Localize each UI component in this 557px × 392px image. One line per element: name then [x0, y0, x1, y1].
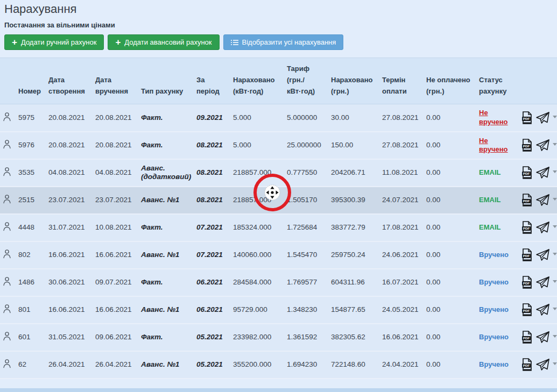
person-icon[interactable]	[2, 248, 12, 259]
chevron-down-icon[interactable]	[551, 365, 557, 365]
send-plane-icon[interactable]	[535, 248, 550, 262]
cell-status: Вручено	[477, 269, 518, 296]
page-header: Нарахування Постачання за вільними цінам…	[0, 0, 557, 50]
cell-period: 08.2021	[194, 132, 231, 159]
cell-accrued-uah: 30.00	[329, 104, 380, 132]
pdf-icon[interactable]: PDF	[520, 330, 534, 344]
cell-number: 5976	[16, 132, 46, 159]
status-link: Вручено	[479, 305, 509, 313]
cell-invoice-type: Факт.	[139, 214, 194, 241]
chevron-down-icon[interactable]	[551, 200, 557, 201]
add-advance-invoice-button[interactable]: + Додати авансовий рахунок	[108, 34, 219, 50]
pdf-icon[interactable]: PDF	[520, 248, 534, 262]
cell-subscriber	[0, 296, 16, 324]
cell-period: 09.2021	[194, 104, 231, 132]
status-link: EMAIL	[479, 168, 500, 176]
chevron-down-icon[interactable]	[551, 173, 557, 173]
chevron-down-icon[interactable]	[551, 118, 557, 118]
header-unpaid: Не оплачено (грн.)	[424, 58, 477, 104]
person-icon[interactable]	[2, 276, 12, 287]
cell-accrued-kwh: 355200.000	[231, 351, 285, 379]
show-all-accruals-button[interactable]: Відобразити усі нарахування	[223, 34, 344, 50]
cell-subscriber	[0, 159, 16, 187]
cell-subscriber	[0, 132, 16, 159]
cell-status: EMAIL	[477, 187, 518, 214]
person-icon[interactable]	[2, 358, 12, 369]
pdf-icon[interactable]: PDF	[520, 138, 534, 152]
send-plane-icon[interactable]	[535, 275, 550, 289]
status-link: Вручено	[479, 360, 509, 368]
send-plane-icon[interactable]	[535, 303, 550, 317]
cell-period: 06.2021	[194, 269, 231, 296]
header-actions-col	[518, 58, 557, 104]
header-number: Номер	[16, 58, 46, 104]
status-link[interactable]: Не вручено	[479, 109, 508, 126]
pdf-icon[interactable]: PDF	[520, 111, 534, 125]
person-icon[interactable]	[2, 303, 12, 314]
cell-status: Вручено	[477, 241, 518, 269]
cell-subscriber	[0, 324, 16, 351]
svg-text:PDF: PDF	[523, 364, 530, 368]
cell-accrued-uah: 722148.60	[329, 351, 380, 379]
pdf-icon[interactable]: PDF	[520, 303, 534, 317]
chevron-down-icon[interactable]	[551, 282, 557, 283]
cell-due-date: 24.06.2021	[380, 241, 424, 269]
cell-accrued-kwh: 95729.000	[231, 296, 285, 324]
cell-unpaid: 0.00	[424, 104, 477, 132]
person-icon[interactable]	[2, 331, 12, 341]
cell-subscriber	[0, 104, 16, 132]
cell-period: 08.2021	[194, 187, 231, 214]
cell-accrued-uah: 604311.96	[329, 269, 380, 296]
cell-invoice-type: Факт.	[139, 104, 194, 132]
status-link: Вручено	[479, 278, 509, 286]
svg-text:PDF: PDF	[523, 199, 530, 203]
pdf-icon[interactable]: PDF	[520, 275, 534, 289]
cell-subscriber	[0, 214, 16, 241]
cell-accrued-kwh: 5.000	[231, 104, 285, 132]
table-row: 5976 20.08.2021 20.08.2021 Факт. 08.2021…	[0, 132, 557, 159]
svg-text:PDF: PDF	[523, 282, 530, 286]
person-icon[interactable]	[2, 221, 12, 232]
send-plane-icon[interactable]	[535, 220, 550, 234]
chevron-down-icon[interactable]	[551, 310, 557, 310]
status-link: Вручено	[479, 251, 509, 259]
pdf-icon[interactable]: PDF	[520, 193, 534, 207]
cell-unpaid: 0.00	[424, 296, 477, 324]
cell-accrued-kwh: 185324.000	[231, 214, 285, 241]
cell-date-delivered: 20.08.2021	[93, 104, 139, 132]
add-advance-invoice-label: Додати авансовий рахунок	[124, 38, 211, 46]
header-accrued-uah: Нараховано (грн.)	[329, 58, 380, 104]
cell-accrued-uah: 382305.62	[329, 324, 380, 351]
send-plane-icon[interactable]	[535, 166, 550, 180]
status-link[interactable]: Не вручено	[479, 137, 508, 154]
cell-accrued-uah: 154877.65	[329, 296, 380, 324]
person-icon[interactable]	[2, 139, 12, 149]
supply-type-label: Постачання за вільними цінами	[4, 21, 557, 29]
cell-due-date: 24.05.2021	[380, 296, 424, 324]
person-icon[interactable]	[2, 111, 12, 122]
send-plane-icon[interactable]	[535, 138, 550, 152]
header-date-created: Дата створення	[46, 58, 93, 104]
add-manual-invoice-button[interactable]: + Додати ручний рахунок	[4, 34, 104, 50]
person-icon[interactable]	[2, 166, 12, 177]
pdf-icon[interactable]: PDF	[520, 358, 534, 372]
pdf-icon[interactable]: PDF	[520, 220, 534, 234]
send-plane-icon[interactable]	[535, 193, 550, 207]
send-plane-icon[interactable]	[535, 111, 550, 125]
person-icon[interactable]	[2, 194, 12, 204]
cell-accrued-kwh: 5.000	[231, 132, 285, 159]
cell-tariff: 1.361592	[285, 324, 329, 351]
send-plane-icon[interactable]	[535, 358, 550, 372]
chevron-down-icon[interactable]	[551, 255, 557, 255]
chevron-down-icon[interactable]	[551, 145, 557, 146]
cell-status: Вручено	[477, 351, 518, 379]
status-link: EMAIL	[479, 223, 500, 231]
cell-invoice-type: Факт.	[139, 324, 194, 351]
cell-accrued-kwh: 140060.000	[231, 241, 285, 269]
send-plane-icon[interactable]	[535, 330, 550, 344]
chevron-down-icon[interactable]	[551, 337, 557, 338]
cell-number: 801	[16, 296, 46, 324]
chevron-down-icon[interactable]	[551, 227, 557, 228]
cell-period: 05.2021	[194, 351, 231, 379]
pdf-icon[interactable]: PDF	[520, 166, 534, 180]
